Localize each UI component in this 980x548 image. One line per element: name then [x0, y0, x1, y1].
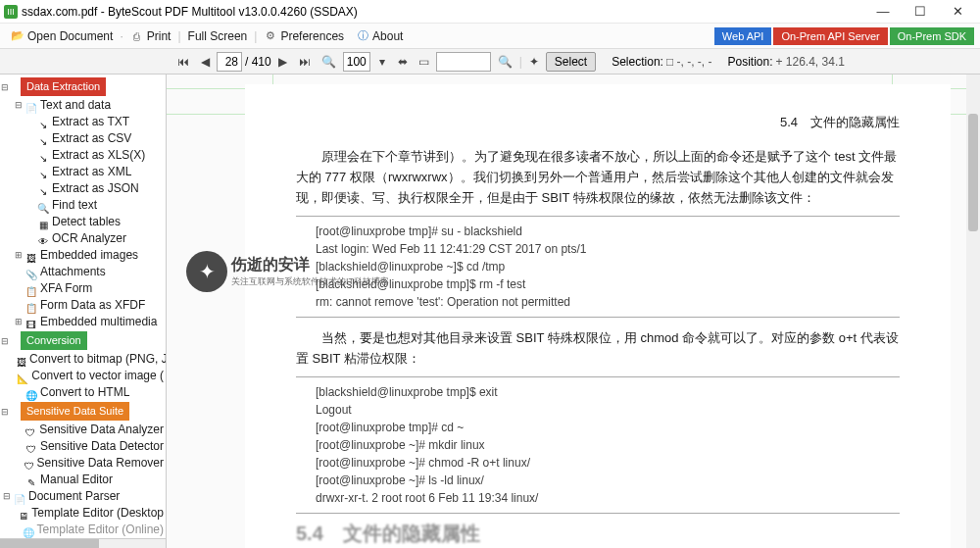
select-tool-button[interactable]: Select	[546, 52, 596, 72]
onprem-sdk-badge[interactable]: On-Prem SDK	[890, 27, 974, 45]
node-find-text[interactable]: 🔍Find text	[0, 197, 166, 214]
search-icon: 🔍	[37, 200, 49, 212]
open-document-button[interactable]: 📂Open Document	[6, 27, 118, 45]
menubar: 📂Open Document · ⎙Print | Full Screen | …	[0, 24, 980, 49]
toolbar: ⏮ ◀ / 410 ▶ ⏭ 🔍 ▾ ⬌ ▭ 🔍 | ✦ Select Selec…	[0, 49, 980, 75]
close-button[interactable]: ✕	[939, 0, 976, 24]
node-text-and-data[interactable]: ⊟📄Text and data	[0, 97, 166, 114]
window-title: ssdax.com.pdf - ByteScout PDF Multitool …	[22, 5, 864, 19]
shield-icon: 🛡	[25, 424, 37, 436]
document-vscrollbar[interactable]	[966, 75, 980, 548]
node-document-parser[interactable]: ⊟📄Document Parser	[0, 488, 166, 505]
print-button[interactable]: ⎙Print	[125, 27, 176, 45]
selection-label: Selection:	[612, 55, 663, 69]
titlebar: III ssdax.com.pdf - ByteScout PDF Multit…	[0, 0, 980, 24]
page-total: / 410	[245, 55, 271, 69]
node-convert-html[interactable]: 🌐Convert to HTML	[0, 384, 166, 401]
preferences-button[interactable]: ⚙Preferences	[259, 27, 349, 45]
node-template-online[interactable]: 🌐Template Editor (Online)	[0, 522, 166, 538]
maximize-button[interactable]: ☐	[902, 0, 939, 24]
prev-page-button[interactable]: ◀	[196, 52, 214, 72]
gear-icon: ⚙	[264, 29, 277, 43]
watermark-logo-icon: ✦	[186, 251, 227, 292]
section-data-extraction[interactable]: Data Extraction	[21, 77, 106, 96]
node-sdd[interactable]: 🛡Sensitive Data Detector	[0, 438, 166, 455]
node-convert-vector[interactable]: 📐Convert to vector image (	[0, 368, 166, 384]
code-block-2: [blackshield@linuxprobe tmp]$ exitLogout…	[296, 376, 900, 514]
node-form-xfdf[interactable]: 📋Form Data as XFDF	[0, 297, 166, 314]
zoom-out-button[interactable]: 🔍	[318, 52, 340, 72]
page-input[interactable]	[217, 52, 242, 72]
selection-value: □ -, -, -, -	[666, 55, 712, 69]
node-ocr-analyzer[interactable]: 👁OCR Analyzer	[0, 230, 166, 247]
pointer-tool-button[interactable]: ✦	[525, 52, 543, 72]
section-sensitive-data[interactable]: Sensitive Data Suite	[21, 402, 129, 421]
node-convert-bitmap[interactable]: 🖼Convert to bitmap (PNG, J	[0, 351, 166, 368]
node-attachments[interactable]: 📎Attachments	[0, 264, 166, 280]
node-extract-txt[interactable]: ↘Extract as TXT	[0, 114, 166, 130]
pdf-page: 5.4 文件的隐藏属性 原理会在下个章节讲到）。为了避免现在很多读者不放心，所以…	[245, 84, 951, 548]
next-section-heading: 5.4 文件的隐藏属性	[296, 523, 900, 544]
node-embedded-images[interactable]: ⊞🖼Embedded images	[0, 247, 166, 264]
onprem-server-badge[interactable]: On-Prem API Server	[773, 27, 887, 45]
fullscreen-button[interactable]: Full Screen	[183, 27, 253, 45]
paragraph-2: 当然，要是也想对其他目录来设置 SBIT 特殊权限位，用 chmod 命令就可以…	[296, 327, 900, 369]
fit-page-button[interactable]: ▭	[415, 52, 433, 72]
search-button[interactable]: 🔍	[494, 52, 516, 72]
node-detect-tables[interactable]: ▦Detect tables	[0, 214, 166, 230]
position-value: + 126.4, 34.1	[776, 55, 845, 69]
node-xfa-form[interactable]: 📋XFA Form	[0, 280, 166, 297]
node-extract-csv[interactable]: ↘Extract as CSV	[0, 130, 166, 147]
position-label: Position:	[727, 55, 772, 69]
zoom-input[interactable]	[343, 52, 370, 72]
info-icon: ⓘ	[356, 29, 369, 43]
paragraph-1: 原理会在下个章节讲到）。为了避免现在很多读者不放心，所以上面的命令还是赋予了这个…	[296, 146, 900, 208]
section-conversion[interactable]: Conversion	[21, 331, 87, 350]
node-extract-xml[interactable]: ↘Extract as XML	[0, 164, 166, 180]
last-page-button[interactable]: ⏭	[295, 52, 315, 72]
sidebar-hscrollbar[interactable]	[0, 538, 166, 548]
minimize-button[interactable]: ―	[864, 0, 902, 24]
attachment-icon: 📎	[25, 267, 37, 278]
web-api-badge[interactable]: Web API	[714, 27, 772, 45]
next-page-button[interactable]: ▶	[274, 52, 292, 72]
node-extract-json[interactable]: ↘Extract as JSON	[0, 180, 166, 197]
node-manual-editor[interactable]: ✎Manual Editor	[0, 472, 166, 488]
node-template-desktop[interactable]: 🖥Template Editor (Desktop	[0, 505, 166, 522]
folder-open-icon: 📂	[11, 29, 24, 43]
node-sda[interactable]: 🛡Sensitive Data Analyzer	[0, 422, 166, 438]
document-icon: 📄	[25, 100, 37, 112]
sidebar: ⊟Data Extraction ⊟📄Text and data ↘Extrac…	[0, 75, 167, 548]
watermark: ✦ 伤逝的安详关注互联网与系统软件技术的IT科技博客	[186, 251, 389, 292]
first-page-button[interactable]: ⏮	[173, 52, 193, 72]
print-icon: ⎙	[130, 29, 144, 43]
fit-width-button[interactable]: ⬌	[394, 52, 412, 72]
node-embedded-multimedia[interactable]: ⊞🎞Embedded multimedia	[0, 314, 166, 330]
search-input[interactable]	[436, 52, 491, 72]
app-icon: III	[4, 5, 18, 19]
document-viewport[interactable]: 5.4 文件的隐藏属性 原理会在下个章节讲到）。为了避免现在很多读者不放心，所以…	[167, 75, 980, 548]
node-sdr[interactable]: 🛡Sensitive Data Remover	[0, 455, 166, 472]
about-button[interactable]: ⓘAbout	[351, 27, 408, 45]
node-extract-xlsx[interactable]: ↘Extract as XLS(X)	[0, 147, 166, 164]
section-heading: 5.4 文件的隐藏属性	[296, 112, 900, 132]
